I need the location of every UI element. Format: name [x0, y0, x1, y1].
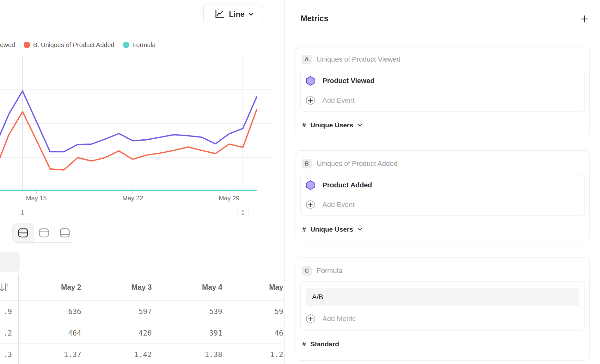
- metric-letter-badge: C: [302, 266, 312, 276]
- metrics-panel-title: Metrics: [301, 14, 328, 23]
- add-row[interactable]: Add Metric: [306, 314, 579, 324]
- measurement-label: Unique Users: [310, 121, 353, 129]
- add-row[interactable]: Add Event: [306, 200, 579, 210]
- metric-letter-badge: A: [302, 55, 312, 64]
- table-cell: 464: [19, 329, 89, 337]
- legend-label: Formula: [132, 41, 156, 49]
- series-line-a[interactable]: [0, 91, 257, 152]
- legend-label: B. Uniques of Product Added: [33, 41, 114, 49]
- metric-card-title: Uniques of Product Added: [317, 160, 398, 168]
- table-header-row: May 2May 3May 4May: [0, 274, 284, 301]
- chart-type-label: Line: [229, 10, 244, 19]
- table-cell: 46: [230, 329, 284, 337]
- annotation-badge[interactable]: 1: [17, 207, 28, 218]
- layout-option-split-view[interactable]: [13, 223, 33, 242]
- table-cell: 636: [19, 307, 89, 316]
- insights-report-screen: May 15May 22May 29 11 Line ewedB. Unique…: [0, 0, 600, 364]
- table-cell: 1.37: [19, 350, 89, 359]
- add-label: Add Event: [322, 96, 355, 105]
- table-only-icon: [59, 228, 70, 238]
- event-hexagon-icon: [306, 180, 315, 190]
- chevron-down-icon: [358, 124, 362, 127]
- column-header[interactable]: May: [230, 283, 284, 292]
- table-row: .31.371.421.381.2: [0, 344, 284, 364]
- column-header[interactable]: May 4: [160, 283, 230, 292]
- metric-card-b: BUniques of Product AddedProduct AddedAd…: [296, 150, 590, 241]
- number-type-icon: #: [302, 226, 306, 233]
- add-hexagon-icon: [306, 314, 315, 324]
- column-header[interactable]: May 2: [19, 283, 89, 292]
- x-axis-label: May 15: [17, 195, 55, 202]
- row-label-fragment: .9: [0, 301, 19, 322]
- legend-swatch: [24, 42, 30, 48]
- chevron-down-icon: [358, 228, 362, 231]
- add-label: Add Metric: [322, 315, 356, 323]
- table-cell: 391: [160, 329, 230, 337]
- row-label-fragment: .2: [0, 322, 19, 343]
- card-inner-box: Product AddedAdd Event: [300, 174, 585, 216]
- legend-item[interactable]: B. Uniques of Product Added: [24, 41, 114, 49]
- chart-legend: ewedB. Uniques of Product AddedFormula: [0, 41, 156, 49]
- card-inner-box: A/BAdd Metric: [300, 281, 585, 331]
- annotation-badge[interactable]: 1: [237, 207, 248, 218]
- measurement-selector[interactable]: #Unique Users: [300, 120, 585, 130]
- chart-region: May 15May 22May 29 11 Line ewedB. Unique…: [0, 0, 284, 364]
- metric-card-a: AUniques of Product ViewedProduct Viewed…: [296, 46, 590, 137]
- card-title-row: CFormula: [300, 266, 585, 276]
- metric-card-c: CFormulaA/BAdd Metric#Standard: [296, 258, 590, 361]
- measurement-selector[interactable]: #Standard: [300, 339, 585, 349]
- event-row[interactable]: Product Viewed: [306, 76, 579, 86]
- legend-item[interactable]: ewed: [0, 41, 15, 49]
- card-title-row: BUniques of Product Added: [300, 159, 585, 168]
- metric-letter-badge: B: [302, 159, 312, 168]
- legend-swatch: [123, 42, 129, 48]
- chevron-down-icon: [248, 13, 254, 16]
- table-row: .246442039146: [0, 322, 284, 344]
- event-name: Product Viewed: [322, 77, 375, 85]
- x-axis-label: May 29: [210, 195, 248, 202]
- metric-card-title: Formula: [317, 267, 342, 275]
- column-header[interactable]: May 3: [89, 283, 160, 292]
- layout-option-table-only[interactable]: [54, 223, 75, 242]
- split-view-icon: [17, 228, 29, 238]
- legend-label: ewed: [0, 41, 15, 49]
- table-cell: 1.38: [160, 350, 230, 359]
- row-label-fragment: .3: [0, 344, 19, 364]
- breakdown-table: May 2May 3May 4May.963659753959.24644203…: [0, 274, 284, 364]
- row-chip-fragment: [0, 252, 20, 272]
- formula-input[interactable]: A/B: [306, 288, 579, 306]
- card-title-row: AUniques of Product Viewed: [300, 55, 585, 64]
- table-cell: 1.42: [89, 350, 160, 359]
- chart-type-dropdown[interactable]: Line: [203, 4, 264, 24]
- sort-descending-icon: [0, 282, 8, 293]
- number-type-icon: #: [302, 340, 306, 348]
- table-cell: 59: [230, 307, 284, 316]
- table-cell: 420: [89, 329, 160, 337]
- sort-button[interactable]: [0, 274, 19, 300]
- line-chart-icon: [214, 9, 225, 20]
- x-axis-label: May 22: [114, 195, 152, 202]
- table-cell: 1.2: [230, 350, 284, 359]
- measurement-label: Standard: [310, 340, 339, 348]
- card-inner-box: Product ViewedAdd Event: [300, 70, 585, 112]
- metrics-panel: Metrics AUniques of Product ViewedProduc…: [284, 0, 600, 364]
- event-name: Product Added: [322, 181, 372, 189]
- measurement-label: Unique Users: [310, 226, 353, 233]
- add-metric-button[interactable]: [580, 15, 589, 23]
- metric-card-title: Uniques of Product Viewed: [317, 55, 401, 64]
- event-row[interactable]: Product Added: [306, 180, 579, 190]
- add-hexagon-icon: [306, 95, 315, 106]
- number-type-icon: #: [302, 121, 306, 129]
- table-cell: 539: [160, 307, 230, 316]
- legend-item[interactable]: Formula: [123, 41, 156, 49]
- plus-icon: [580, 15, 589, 23]
- series-line-b[interactable]: [0, 110, 257, 170]
- add-label: Add Event: [322, 201, 355, 209]
- measurement-selector[interactable]: #Unique Users: [300, 225, 585, 234]
- table-row: .963659753959: [0, 301, 284, 322]
- layout-option-chart-only[interactable]: [33, 223, 54, 242]
- table-cell: 597: [89, 307, 160, 316]
- event-hexagon-icon: [306, 76, 315, 86]
- layout-switcher: [12, 223, 75, 243]
- add-row[interactable]: Add Event: [306, 95, 579, 106]
